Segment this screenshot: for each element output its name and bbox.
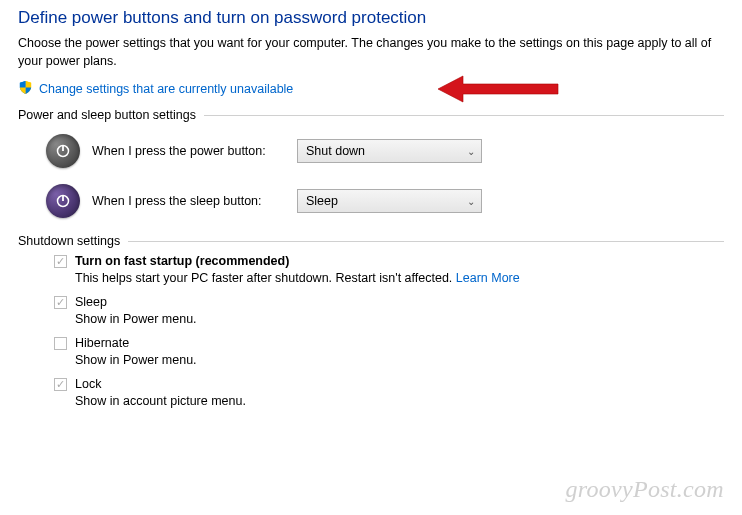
change-settings-link[interactable]: Change settings that are currently unava… — [39, 82, 293, 96]
chevron-down-icon: ⌄ — [467, 196, 475, 207]
sleep-button-dropdown[interactable]: Sleep ⌄ — [297, 189, 482, 213]
setting-fast-startup: Turn on fast startup (recommended) This … — [54, 254, 724, 285]
power-icon — [46, 134, 80, 168]
divider — [204, 115, 724, 116]
watermark: groovyPost.com — [565, 476, 724, 503]
divider — [128, 241, 724, 242]
power-button-row: When I press the power button: Shut down… — [46, 134, 724, 168]
setting-hibernate: Hibernate Show in Power menu. — [54, 336, 724, 367]
sleep-icon — [46, 184, 80, 218]
sleep-button-label: When I press the sleep button: — [92, 194, 297, 208]
setting-title: Turn on fast startup (recommended) — [75, 254, 289, 268]
checkbox-fast-startup[interactable] — [54, 255, 67, 268]
setting-sleep: Sleep Show in Power menu. — [54, 295, 724, 326]
setting-title: Hibernate — [75, 336, 129, 350]
chevron-down-icon: ⌄ — [467, 146, 475, 157]
page-description: Choose the power settings that you want … — [18, 34, 724, 70]
dropdown-value: Shut down — [306, 144, 365, 158]
checkbox-hibernate[interactable] — [54, 337, 67, 350]
setting-title: Sleep — [75, 295, 107, 309]
dropdown-value: Sleep — [306, 194, 338, 208]
setting-lock: Lock Show in account picture menu. — [54, 377, 724, 408]
section-header-text: Shutdown settings — [18, 234, 120, 248]
section-header-shutdown: Shutdown settings — [18, 234, 724, 248]
learn-more-link[interactable]: Learn More — [456, 271, 520, 285]
shield-icon — [18, 80, 33, 98]
power-button-label: When I press the power button: — [92, 144, 297, 158]
change-settings-row: Change settings that are currently unava… — [18, 80, 724, 98]
section-header-text: Power and sleep button settings — [18, 108, 196, 122]
checkbox-lock[interactable] — [54, 378, 67, 391]
checkbox-sleep[interactable] — [54, 296, 67, 309]
section-header-power-sleep: Power and sleep button settings — [18, 108, 724, 122]
setting-description: Show in Power menu. — [75, 312, 724, 326]
setting-description: Show in Power menu. — [75, 353, 724, 367]
page-title: Define power buttons and turn on passwor… — [18, 8, 724, 28]
arrow-annotation-icon — [433, 74, 563, 107]
power-button-dropdown[interactable]: Shut down ⌄ — [297, 139, 482, 163]
setting-description: This helps start your PC faster after sh… — [75, 271, 724, 285]
setting-description: Show in account picture menu. — [75, 394, 724, 408]
shutdown-settings-group: Turn on fast startup (recommended) This … — [18, 254, 724, 408]
setting-title: Lock — [75, 377, 101, 391]
sleep-button-row: When I press the sleep button: Sleep ⌄ — [46, 184, 724, 218]
